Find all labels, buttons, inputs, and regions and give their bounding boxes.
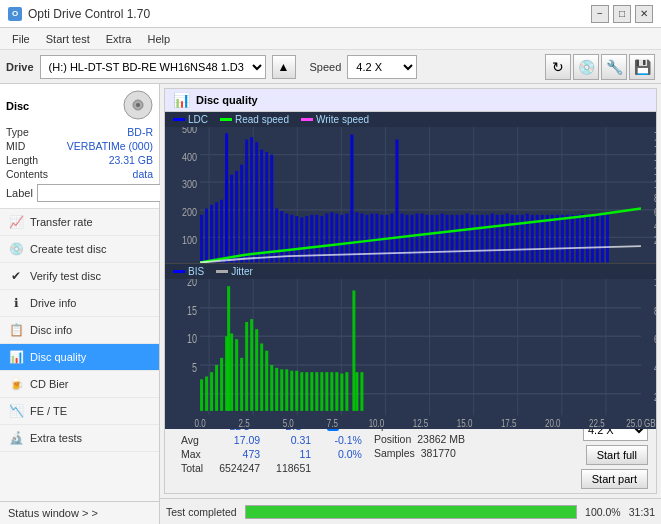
jitter-legend: Jitter — [216, 266, 253, 277]
svg-rect-92 — [441, 214, 444, 263]
sidebar-item-fe-te[interactable]: 📉 FE / TE — [0, 398, 159, 425]
svg-rect-85 — [405, 215, 408, 263]
toolbar-refresh-button[interactable]: ↻ — [545, 54, 571, 80]
sidebar-item-extra-tests[interactable]: 🔬 Extra tests — [0, 425, 159, 452]
status-window-label: Status window > > — [8, 507, 98, 519]
svg-rect-88 — [421, 214, 424, 263]
sidebar-item-verify-test-disc[interactable]: ✔ Verify test disc — [0, 263, 159, 290]
close-button[interactable]: ✕ — [635, 5, 653, 23]
write-speed-legend-dot — [301, 118, 313, 121]
drive-label: Drive — [6, 61, 34, 73]
svg-rect-164 — [215, 365, 218, 411]
svg-rect-124 — [601, 214, 604, 263]
svg-rect-44 — [205, 209, 208, 263]
svg-rect-105 — [506, 214, 509, 263]
svg-rect-90 — [431, 215, 434, 263]
svg-text:0.0: 0.0 — [195, 416, 207, 429]
extra-tests-icon: 🔬 — [8, 430, 24, 446]
sidebar-item-label: Disc quality — [30, 351, 86, 363]
svg-rect-186 — [315, 372, 318, 411]
toolbar-save-button[interactable]: 💾 — [629, 54, 655, 80]
disc-label-input[interactable] — [37, 184, 170, 202]
status-window-button[interactable]: Status window > > — [0, 502, 159, 524]
svg-text:15: 15 — [187, 303, 197, 317]
sidebar-item-transfer-rate[interactable]: 📈 Transfer rate — [0, 209, 159, 236]
svg-rect-181 — [290, 370, 293, 410]
toolbar-disc-button[interactable]: 💿 — [573, 54, 599, 80]
svg-text:25.0 GB: 25.0 GB — [626, 416, 656, 429]
total-ldc: 6524247 — [211, 461, 268, 475]
main-layout: Disc Type BD-R MID VERBATIMe (000) Leng — [0, 84, 661, 524]
svg-rect-80 — [375, 214, 378, 263]
sidebar-item-disc-quality[interactable]: 📊 Disc quality — [0, 344, 159, 371]
menu-help[interactable]: Help — [139, 31, 178, 47]
titlebar-title: Opti Drive Control 1.70 — [28, 7, 150, 21]
toolbar-settings-button[interactable]: 🔧 — [601, 54, 627, 80]
sidebar-item-create-test-disc[interactable]: 💿 Create test disc — [0, 236, 159, 263]
read-speed-legend: Read speed — [220, 114, 289, 125]
avg-bis: 0.31 — [268, 433, 319, 447]
progress-track — [245, 505, 577, 519]
avg-ldc: 17.09 — [211, 433, 268, 447]
svg-text:10: 10 — [187, 331, 197, 345]
titlebar-controls: − □ ✕ — [591, 5, 653, 23]
svg-text:16X: 16X — [654, 138, 656, 149]
svg-rect-188 — [325, 372, 328, 411]
svg-rect-117 — [566, 215, 569, 263]
disc-panel: Disc Type BD-R MID VERBATIMe (000) Leng — [0, 84, 159, 209]
progress-label: Test completed — [166, 506, 237, 518]
svg-rect-97 — [466, 214, 469, 263]
svg-rect-125 — [606, 215, 609, 263]
action-area: 4.2 X Start full Start part — [581, 419, 648, 489]
svg-text:20: 20 — [187, 279, 197, 288]
minimize-button[interactable]: − — [591, 5, 609, 23]
svg-rect-183 — [300, 372, 303, 411]
svg-text:6%: 6% — [654, 333, 656, 346]
drivebar: Drive (H:) HL-DT-ST BD-RE WH16NS48 1.D3 … — [0, 50, 661, 84]
svg-text:12.5: 12.5 — [413, 416, 429, 429]
sidebar-item-drive-info[interactable]: ℹ Drive info — [0, 290, 159, 317]
start-full-button[interactable]: Start full — [586, 445, 648, 465]
cd-bier-icon: 🍺 — [8, 376, 24, 392]
maximize-button[interactable]: □ — [613, 5, 631, 23]
svg-rect-126 — [165, 279, 656, 430]
svg-rect-120 — [581, 214, 584, 263]
svg-text:10X: 10X — [654, 180, 656, 191]
progress-fill — [246, 506, 576, 518]
sidebar-item-cd-bier[interactable]: 🍺 CD Bier — [0, 371, 159, 398]
svg-text:10.0: 10.0 — [369, 416, 385, 429]
svg-rect-100 — [481, 215, 484, 263]
sidebar-bottom: Status window > > — [0, 501, 159, 524]
avg-jitter: -0.1% — [327, 433, 366, 447]
menu-start-test[interactable]: Start test — [38, 31, 98, 47]
disc-panel-icon — [123, 90, 153, 122]
start-part-button[interactable]: Start part — [581, 469, 648, 489]
svg-rect-51 — [240, 165, 243, 263]
svg-text:100: 100 — [182, 234, 197, 246]
disc-contents-value: data — [133, 168, 153, 180]
svg-rect-54 — [255, 142, 258, 262]
svg-rect-121 — [586, 215, 589, 263]
sidebar-item-disc-info[interactable]: 📋 Disc info — [0, 317, 159, 344]
svg-rect-47 — [220, 200, 223, 263]
svg-rect-169 — [240, 357, 243, 410]
svg-text:15.0: 15.0 — [457, 416, 473, 429]
position-value: 23862 MB — [417, 433, 465, 445]
svg-rect-79 — [370, 214, 373, 263]
drive-eject-button[interactable]: ▲ — [272, 55, 296, 79]
svg-rect-177 — [352, 290, 355, 410]
speed-select[interactable]: 4.2 X — [347, 55, 417, 79]
drive-select[interactable]: (H:) HL-DT-ST BD-RE WH16NS48 1.D3 — [40, 55, 266, 79]
svg-rect-171 — [250, 319, 253, 411]
menu-extra[interactable]: Extra — [98, 31, 140, 47]
create-test-disc-icon: 💿 — [8, 241, 24, 257]
svg-rect-168 — [235, 339, 238, 411]
menu-file[interactable]: File — [4, 31, 38, 47]
svg-rect-118 — [571, 215, 574, 263]
svg-rect-99 — [476, 215, 479, 263]
svg-rect-86 — [411, 215, 414, 263]
sidebar-item-label: Transfer rate — [30, 216, 93, 228]
write-speed-legend-label: Write speed — [316, 114, 369, 125]
sidebar-item-label: CD Bier — [30, 378, 69, 390]
svg-rect-56 — [265, 152, 268, 262]
